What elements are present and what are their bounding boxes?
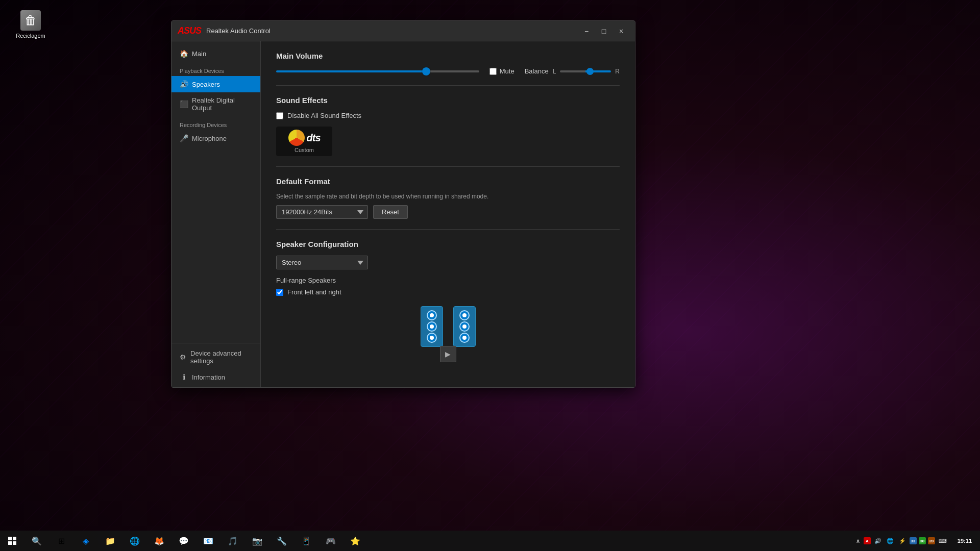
dts-custom-button[interactable]: dts Custom bbox=[276, 127, 332, 156]
right-speaker-dot-inner-top bbox=[462, 313, 467, 317]
mute-label: Mute bbox=[500, 67, 514, 75]
sidebar-main-label: Main bbox=[192, 50, 206, 58]
speaker-config-title: Speaker Configuration bbox=[276, 240, 620, 248]
tray-badge-3-label: 38 bbox=[920, 539, 924, 543]
taskbar-time[interactable]: 19:11 bbox=[953, 538, 976, 544]
left-speaker bbox=[421, 306, 443, 347]
right-speaker-dot-inner-bot bbox=[462, 336, 467, 340]
front-speakers-row: Front left and right bbox=[276, 288, 620, 296]
disable-sound-effects-label: Disable All Sound Effects bbox=[287, 112, 361, 119]
format-select[interactable]: 192000Hz 24Bits 96000Hz 24Bits 48000Hz 2… bbox=[276, 205, 368, 219]
left-speaker-dot-inner-bot bbox=[430, 336, 434, 340]
taskbar-app2[interactable]: 🦊 bbox=[147, 531, 172, 551]
mute-checkbox[interactable] bbox=[489, 68, 497, 75]
tray-badge-4[interactable]: 28 bbox=[928, 537, 935, 544]
minimize-button[interactable]: − bbox=[579, 25, 594, 37]
taskbar-edge[interactable]: ◈ bbox=[74, 531, 98, 551]
taskbar-explorer[interactable]: 📁 bbox=[98, 531, 122, 551]
dts-text: dts bbox=[307, 132, 321, 144]
taskbar-app5[interactable]: 🎵 bbox=[220, 531, 245, 551]
left-speaker-dot-bot bbox=[427, 333, 437, 343]
speaker-config-select[interactable]: Stereo Quadraphonic 5.1 Surround 7.1 Sur… bbox=[276, 256, 368, 269]
main-volume-slider[interactable] bbox=[276, 70, 479, 72]
realtek-audio-window: ASUS Realtek Audio Control − □ × 🏠 Main … bbox=[171, 20, 635, 388]
sidebar-item-main[interactable]: 🏠 Main bbox=[172, 45, 260, 62]
close-button[interactable]: × bbox=[614, 25, 629, 37]
taskbar-app7[interactable]: 🔧 bbox=[270, 531, 294, 551]
format-description: Select the sample rate and bit depth to … bbox=[276, 193, 620, 200]
balance-slider[interactable] bbox=[560, 70, 611, 72]
divider-2 bbox=[276, 166, 620, 167]
taskbar-search[interactable]: 🔍 bbox=[24, 531, 49, 551]
tray-icon-4[interactable]: ⚡ bbox=[897, 537, 908, 545]
dts-logo: dts bbox=[288, 130, 321, 146]
disable-sound-effects-checkbox[interactable] bbox=[276, 112, 283, 119]
right-speaker bbox=[453, 306, 476, 347]
tray-icon-3[interactable]: 🌐 bbox=[885, 537, 895, 545]
left-speaker-dot-inner-mid bbox=[430, 324, 434, 329]
window-body: 🏠 Main Playback Devices 🔊 Speakers ⬛ Rea… bbox=[172, 41, 635, 387]
taskbar-tray: ∧ A 🔊 🌐 ⚡ 33 38 28 ⌨ bbox=[850, 531, 952, 551]
tray-badge-1[interactable]: A bbox=[864, 537, 871, 544]
sidebar: 🏠 Main Playback Devices 🔊 Speakers ⬛ Rea… bbox=[172, 41, 261, 387]
sidebar-item-microphone[interactable]: 🎤 Microphone bbox=[172, 130, 260, 146]
taskbar-app8[interactable]: 📱 bbox=[294, 531, 318, 551]
volume-row: Mute Balance L R bbox=[276, 67, 620, 75]
taskbar-app4[interactable]: 📧 bbox=[196, 531, 220, 551]
format-row: 192000Hz 24Bits 96000Hz 24Bits 48000Hz 2… bbox=[276, 205, 620, 219]
sidebar-item-realtek-output[interactable]: ⬛ Realtek Digital Output bbox=[172, 92, 260, 116]
dts-circle-icon bbox=[288, 130, 305, 146]
desktop-icon-reciclagem[interactable]: 🗑 Reciclagem bbox=[10, 10, 51, 39]
left-speaker-dot-inner-top bbox=[430, 313, 434, 317]
taskbar-view[interactable]: ⊞ bbox=[49, 531, 74, 551]
fullrange-section: Full-range Speakers Front left and right bbox=[276, 277, 620, 296]
tray-icon-keyboard[interactable]: ⌨ bbox=[937, 537, 948, 545]
taskbar-app3[interactable]: 💬 bbox=[172, 531, 196, 551]
sidebar-realtek-label: Realtek Digital Output bbox=[192, 96, 252, 112]
tray-up-arrow[interactable]: ∧ bbox=[854, 537, 862, 545]
sidebar-item-speakers[interactable]: 🔊 Speakers bbox=[172, 76, 260, 92]
tray-icon-2[interactable]: 🔊 bbox=[873, 537, 883, 545]
taskbar-app1[interactable]: 🌐 bbox=[122, 531, 147, 551]
home-icon: 🏠 bbox=[180, 49, 188, 58]
left-speaker-dot-top bbox=[427, 310, 437, 320]
device-advanced-label: Device advanced settings bbox=[190, 349, 252, 365]
mute-row: Mute bbox=[489, 67, 514, 75]
sidebar-speakers-label: Speakers bbox=[192, 81, 220, 88]
fullrange-title: Full-range Speakers bbox=[276, 277, 620, 284]
sidebar-item-information[interactable]: ℹ Information bbox=[172, 369, 260, 385]
reset-button[interactable]: Reset bbox=[373, 205, 408, 219]
taskbar: 🔍 ⊞ ◈ 📁 🌐 🦊 💬 📧 🎵 📷 🔧 📱 🎮 ⭐ ∧ A 🔊 🌐 ⚡ 33… bbox=[0, 531, 980, 551]
titlebar: ASUS Realtek Audio Control − □ × bbox=[172, 21, 635, 41]
maximize-button[interactable]: □ bbox=[596, 25, 611, 37]
settings-icon: ⚙ bbox=[180, 353, 186, 361]
sidebar-item-device-settings[interactable]: ⚙ Device advanced settings bbox=[172, 345, 260, 369]
speakers-icon: 🔊 bbox=[180, 80, 188, 88]
taskbar-app6[interactable]: 📷 bbox=[245, 531, 270, 551]
right-speaker-dot-inner-mid bbox=[462, 324, 467, 329]
tray-badge-3[interactable]: 38 bbox=[919, 537, 926, 544]
front-speakers-label: Front left and right bbox=[287, 288, 341, 296]
tray-badge-2-label: 33 bbox=[911, 539, 915, 543]
start-button[interactable] bbox=[0, 531, 24, 551]
win-logo-br bbox=[13, 541, 16, 545]
dts-custom-label: Custom bbox=[295, 147, 314, 153]
right-speaker-dot-mid bbox=[459, 321, 470, 332]
play-button[interactable]: ▶ bbox=[440, 346, 456, 362]
front-speakers-checkbox[interactable] bbox=[276, 289, 283, 296]
tray-badge-2[interactable]: 33 bbox=[910, 537, 917, 544]
time-display: 19:11 bbox=[958, 538, 972, 544]
divider-1 bbox=[276, 85, 620, 86]
digital-output-icon: ⬛ bbox=[180, 100, 188, 108]
balance-label: Balance bbox=[525, 67, 549, 75]
taskbar-app9[interactable]: 🎮 bbox=[318, 531, 343, 551]
sidebar-bottom: ⚙ Device advanced settings ℹ Information bbox=[172, 343, 260, 387]
right-speaker-dot-bot bbox=[459, 333, 470, 343]
window-title: Realtek Audio Control bbox=[206, 27, 579, 35]
right-speaker-dot-top bbox=[459, 310, 470, 320]
balance-right-label: R bbox=[615, 68, 620, 75]
playback-devices-label: Playback Devices bbox=[172, 62, 260, 76]
divider-3 bbox=[276, 229, 620, 230]
recording-devices-label: Recording Devices bbox=[172, 116, 260, 130]
taskbar-app10[interactable]: ⭐ bbox=[343, 531, 368, 551]
